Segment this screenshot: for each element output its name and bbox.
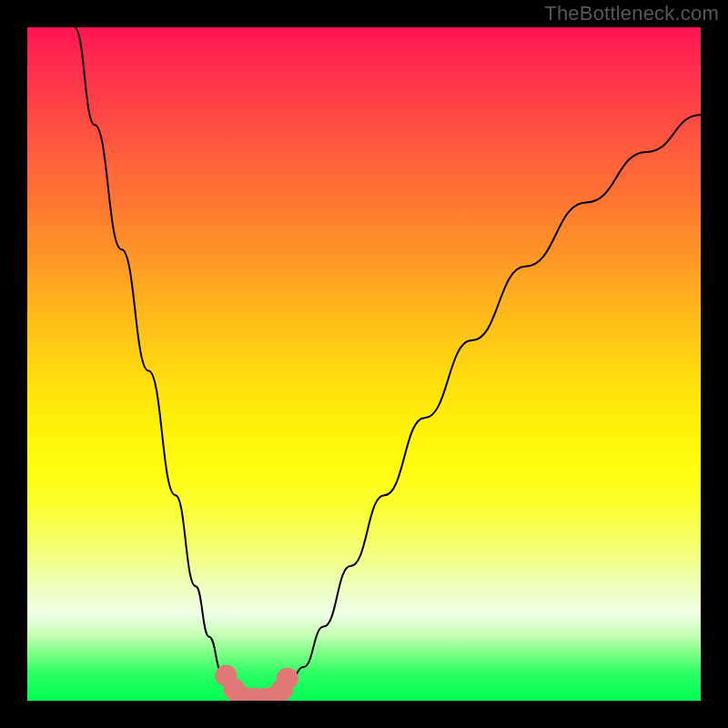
watermark-text: TheBottleneck.com [544,2,719,25]
chart-svg [27,27,701,701]
chart-plot-area [27,27,701,701]
chart-line [277,115,701,697]
chart-marker [277,668,298,690]
chart-line [75,27,243,697]
